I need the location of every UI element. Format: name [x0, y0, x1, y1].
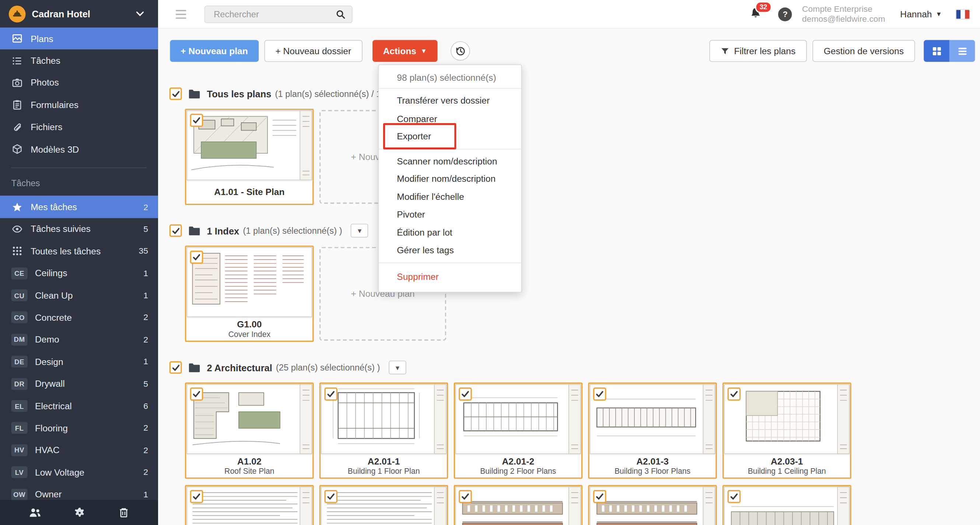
sidebar-item-plans[interactable]: Plans: [0, 28, 158, 50]
language-flag-france[interactable]: [956, 9, 970, 19]
menu-item-edition-par-lot[interactable]: Édition par lot: [379, 223, 521, 241]
sidebar-item-mes-taches[interactable]: Mes tâches2: [0, 196, 158, 218]
plan-card[interactable]: A2.01-3Building 3 Floor Plans: [588, 382, 717, 479]
sidebar-item-modeles-3d[interactable]: Modèles 3D: [0, 138, 158, 160]
sidebar-category-flooring[interactable]: FLFlooring2: [0, 417, 158, 439]
selected-checkbox[interactable]: [324, 388, 337, 401]
caret-down-icon: ▼: [936, 11, 942, 18]
selected-checkbox[interactable]: [728, 388, 741, 401]
sidebar-category-low-voltage[interactable]: LVLow Voltage2: [0, 461, 158, 484]
actions-button[interactable]: Actions▼: [372, 40, 438, 62]
gear-icon[interactable]: [74, 507, 86, 519]
menu-item-scanner-nom-description[interactable]: Scanner nom/description: [379, 152, 521, 170]
plan-card[interactable]: [454, 485, 582, 525]
task-count: 2: [143, 335, 148, 344]
plan-name: A2.01-3Building 3 Floor Plans: [589, 455, 716, 477]
funnel-icon: [720, 46, 729, 55]
version-management-button[interactable]: Gestion de versions: [812, 40, 915, 62]
selection-count-header: 98 plan(s) sélectionné(s): [379, 65, 521, 88]
selected-checkbox[interactable]: [593, 388, 606, 401]
sidebar-item-formulaires[interactable]: Formulaires: [0, 94, 158, 116]
plan-card[interactable]: G1.00Cover Index: [185, 246, 313, 342]
plan-card[interactable]: [722, 485, 851, 525]
sidebar-item-taches-suivies[interactable]: Tâches suivies5: [0, 218, 158, 240]
selected-checkbox[interactable]: [190, 114, 204, 127]
menu-item-pivoter[interactable]: Pivoter: [379, 206, 521, 223]
folder-header: 1 Index(1 plan(s) sélectionné(s) )▼: [169, 224, 980, 238]
notifications-button[interactable]: 32: [750, 6, 762, 22]
menu-item-gerer-les-tags[interactable]: Gérer les tags: [379, 241, 521, 259]
selected-checkbox[interactable]: [190, 251, 204, 264]
sidebar-category-design[interactable]: DEDesign1: [0, 351, 158, 373]
grid-dots-icon: [11, 246, 23, 257]
hamburger-menu-icon[interactable]: [176, 10, 186, 18]
plan-card[interactable]: A2.03-1Building 1 Ceiling Plan: [722, 382, 851, 479]
help-button[interactable]: ?: [778, 7, 792, 21]
sidebar-category-drywall[interactable]: DRDrywall5: [0, 373, 158, 395]
grid-view-button[interactable]: [924, 40, 950, 62]
menu-item-comparer[interactable]: Comparer: [379, 110, 521, 128]
menu-item-supprimer[interactable]: Supprimer: [379, 268, 521, 286]
sidebar-category-electrical[interactable]: ELElectrical6: [0, 395, 158, 417]
plan-card[interactable]: A1.02Roof Site Plan: [185, 382, 313, 479]
selected-checkbox[interactable]: [459, 490, 472, 503]
plan-card[interactable]: A1.01 - Site Plan: [185, 109, 313, 205]
sidebar-category-demo[interactable]: DMDemo2: [0, 329, 158, 351]
task-count: 1: [143, 268, 148, 278]
selected-checkbox[interactable]: [190, 490, 204, 503]
sidebar-item-taches[interactable]: Tâches: [0, 50, 158, 72]
plan-card[interactable]: A2.01-1Building 1 Floor Plan: [320, 382, 448, 479]
folder-collapse-button[interactable]: ▼: [389, 361, 406, 374]
sidebar-category-hvac[interactable]: HVHVAC2: [0, 439, 158, 461]
people-icon[interactable]: [29, 507, 41, 519]
trash-icon[interactable]: [118, 507, 130, 519]
project-switcher[interactable]: Cadran Hotel: [0, 0, 158, 28]
selected-checkbox[interactable]: [593, 490, 606, 503]
nav-label: Plans: [30, 34, 53, 43]
task-count: 2: [143, 468, 148, 477]
sidebar-item-photos[interactable]: Photos: [0, 72, 158, 94]
sidebar-item-fichiers[interactable]: Fichiers: [0, 116, 158, 138]
category-code-badge: CU: [11, 289, 28, 301]
list-view-button[interactable]: [950, 40, 975, 62]
sidebar-category-concrete[interactable]: COConcrete2: [0, 306, 158, 329]
plan-thumbnail: [186, 247, 313, 318]
tasks-section-title: Tâches: [0, 175, 158, 196]
filter-label: Toutes les tâches: [30, 246, 100, 256]
search-input[interactable]: [213, 8, 336, 20]
plan-card[interactable]: A2.01-2Building 2 Floor Plans: [454, 382, 582, 479]
new-plan-button[interactable]: + Nouveau plan: [170, 40, 258, 62]
folder-collapse-button[interactable]: ▼: [351, 224, 368, 238]
task-count: 1: [143, 357, 148, 366]
new-folder-button[interactable]: + Nouveau dossier: [264, 40, 363, 62]
menu-item-exporter[interactable]: Exporter: [379, 128, 521, 145]
filter-plans-button[interactable]: Filtrer les plans: [709, 40, 807, 62]
topbar: 32 ? Compte Enterprise demos@fieldwire.c…: [158, 0, 980, 29]
sidebar-divider: [11, 168, 147, 169]
menu-item-modifier-nom-description[interactable]: Modifier nom/description: [379, 170, 521, 188]
plan-card[interactable]: [588, 485, 717, 525]
version-history-button[interactable]: [450, 41, 470, 61]
selected-checkbox[interactable]: [190, 388, 204, 401]
plan-thumbnail: [589, 486, 716, 525]
selected-checkbox[interactable]: [169, 361, 182, 374]
folder-icon: [188, 362, 201, 373]
selected-checkbox[interactable]: [169, 225, 182, 237]
plan-card[interactable]: [320, 485, 448, 525]
sidebar-category-clean-up[interactable]: CUClean Up1: [0, 284, 158, 306]
plan-thumbnail: [321, 486, 447, 525]
selected-checkbox[interactable]: [728, 490, 741, 503]
plan-thumbnail: [186, 110, 313, 181]
plan-card[interactable]: [185, 485, 313, 525]
sidebar-item-toutes-les-taches[interactable]: Toutes les tâches35: [0, 240, 158, 262]
menu-item-transferer-vers-dossier[interactable]: Transférer vers dossier: [379, 92, 521, 110]
menu-item-modifier-l-echelle[interactable]: Modifier l'échelle: [379, 188, 521, 205]
paperclip-icon: [11, 122, 23, 132]
sidebar-category-ceilings[interactable]: CECeilings1: [0, 262, 158, 284]
selected-checkbox[interactable]: [324, 490, 337, 503]
user-menu[interactable]: Hannah ▼: [900, 9, 942, 19]
plan-thumbnail: [724, 384, 850, 455]
plan-thumbnail: [724, 486, 850, 525]
selected-checkbox[interactable]: [169, 88, 182, 100]
selected-checkbox[interactable]: [459, 388, 472, 401]
